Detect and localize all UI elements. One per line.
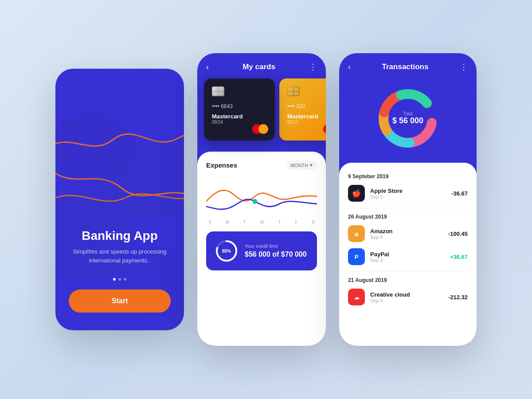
transactions-list: 9 Septeber 2019 🍎 Apple Store Sep 5 -36.…: [339, 163, 477, 346]
phone-transactions: ‹ Transactions ⋮ Total $ 56 000: [339, 53, 477, 346]
back-button-3[interactable]: ‹: [348, 63, 351, 72]
apple-store-date: Sep 5: [370, 194, 446, 200]
amazon-date: Sep 5: [370, 235, 443, 240]
day-s1: S: [208, 220, 211, 225]
page-dots: [69, 278, 171, 281]
chart-days: S M T W T F S: [206, 220, 317, 225]
transaction-apple-store[interactable]: 🍎 Apple Store Sep 5 -36.67: [348, 185, 468, 202]
amazon-info: Amazon Sep 5: [370, 228, 443, 240]
cards-white-section: Expenses MONTH ▾ S M T W T F S: [197, 152, 326, 346]
donut-chart-section: Total $ 56 000: [339, 78, 477, 163]
creative-cloud-date: Sep 5: [370, 298, 443, 303]
divider-1: [348, 208, 468, 208]
creative-cloud-name: Creative cloud: [370, 291, 443, 298]
credit-info: Your credit limit $56 000 of $70 000: [245, 243, 308, 258]
donut-label: Total: [392, 111, 423, 116]
month-label: MONTH: [290, 163, 308, 168]
amazon-amount: -100.45: [448, 231, 468, 237]
card-yellow[interactable]: •••• 320 Mastercard 05/12: [279, 78, 326, 141]
svg-point-4: [253, 199, 257, 204]
date-header-2: 26 August 2019: [348, 214, 468, 220]
start-button[interactable]: Start: [69, 289, 171, 313]
amazon-name: Amazon: [370, 228, 443, 235]
back-button[interactable]: ‹: [206, 63, 209, 72]
mastercard-icon-2: [323, 124, 326, 134]
day-s2: S: [312, 220, 315, 225]
transaction-paypal[interactable]: P PayPal Sep 2 +36.67: [348, 248, 468, 265]
creative-cloud-info: Creative cloud Sep 5: [370, 291, 443, 303]
card2-brand: Mastercard: [287, 113, 326, 120]
cards-title: My cards: [243, 63, 275, 71]
day-t1: T: [243, 220, 246, 225]
phone-my-cards: ‹ My cards ⋮ •••• 6643 Mastercard 08/24: [197, 53, 326, 346]
date-header-1: 9 Septeber 2019: [348, 173, 468, 180]
svg-text:80%: 80%: [222, 249, 231, 254]
dot-3: [124, 278, 126, 281]
day-f: F: [295, 220, 297, 225]
paypal-icon: P: [348, 248, 365, 265]
paypal-date: Sep 2: [370, 258, 445, 263]
paypal-amount: +36.67: [450, 254, 468, 260]
apple-store-name: Apple Store: [370, 188, 446, 194]
donut-value: $ 56 000: [392, 116, 423, 125]
donut-chart: Total $ 56 000: [372, 83, 443, 154]
apple-store-info: Apple Store Sep 5: [370, 188, 446, 200]
transaction-creative-cloud[interactable]: ☁ Creative cloud Sep 5 -212.32: [348, 289, 468, 305]
more-button[interactable]: ⋮: [309, 62, 317, 72]
transactions-header: ‹ Transactions ⋮: [339, 53, 477, 78]
credit-limit-label: Your credit limit: [245, 243, 308, 249]
expenses-chart: [206, 176, 317, 216]
month-pill[interactable]: MONTH ▾: [286, 160, 317, 170]
more-button-3[interactable]: ⋮: [460, 62, 468, 72]
apple-store-icon: 🍎: [348, 185, 365, 202]
phone-banking-app: Banking App Simplifies and speeds up pro…: [55, 69, 184, 330]
card-black[interactable]: •••• 6643 Mastercard 08/24: [204, 78, 275, 141]
paypal-info: PayPal Sep 2: [370, 251, 445, 263]
credit-limit-amount: $56 000 of $70 000: [245, 250, 308, 258]
cards-header: ‹ My cards ⋮: [197, 53, 326, 78]
mastercard-icon-1: [252, 124, 268, 134]
creative-cloud-icon: ☁: [348, 289, 365, 305]
transactions-title: Transactions: [382, 63, 429, 71]
credit-limit-card: 80% Your credit limit $56 000 of $70 000: [206, 231, 317, 270]
transaction-amazon[interactable]: a Amazon Sep 5 -100.45: [348, 225, 468, 242]
dot-2: [118, 278, 121, 281]
card1-brand: Mastercard: [212, 113, 267, 120]
app-subtitle: Simplifies and speeds up processing inte…: [69, 247, 171, 265]
amazon-icon: a: [348, 225, 365, 242]
date-header-3: 21 August 2019: [348, 277, 468, 283]
creative-cloud-amount: -212.32: [448, 294, 468, 301]
dot-1: [113, 278, 116, 281]
card-chip-2: [287, 86, 300, 96]
chevron-icon: ▾: [310, 162, 313, 168]
donut-center: Total $ 56 000: [392, 111, 423, 125]
expenses-label: Expenses: [206, 161, 237, 169]
card2-expiry: 05/12: [287, 120, 326, 125]
card-chip: [212, 86, 224, 96]
paypal-name: PayPal: [370, 251, 445, 258]
card1-number: •••• 6643: [212, 103, 267, 110]
expenses-header: Expenses MONTH ▾: [206, 160, 317, 170]
app-title: Banking App: [69, 229, 171, 243]
cards-container: •••• 6643 Mastercard 08/24 •••• 320 Mast…: [197, 78, 326, 145]
day-w: W: [260, 220, 264, 225]
divider-2: [348, 271, 468, 272]
day-t2: T: [278, 220, 281, 225]
apple-store-amount: -36.67: [451, 190, 468, 197]
day-m: M: [225, 220, 229, 225]
card2-number: •••• 320: [287, 103, 326, 110]
credit-progress-circle: 80%: [215, 239, 238, 262]
